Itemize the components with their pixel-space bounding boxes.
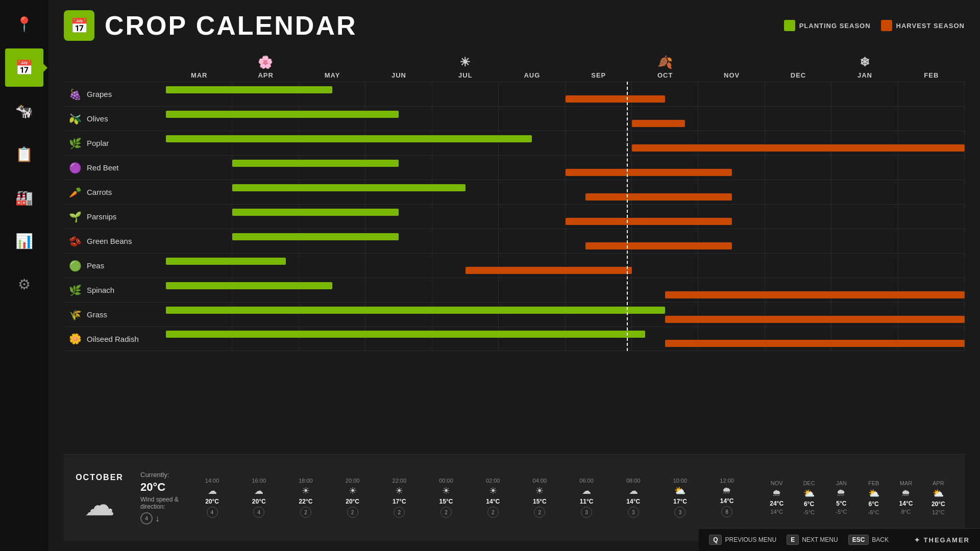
next-key: E xyxy=(787,535,799,545)
hourly-time: 04:00 xyxy=(533,478,547,484)
month-label-jul: JUL xyxy=(458,71,473,79)
planting-color-box xyxy=(784,20,795,31)
month-grid-line xyxy=(831,229,898,253)
hourly-times-row: 14:00☁20°C416:00☁20°C418:00☀22°C220:00☀2… xyxy=(189,478,750,518)
sidebar-item-calendar[interactable]: 📅 xyxy=(5,48,43,87)
crop-name-oilseed-radish: 🌼Oilseed Radish xyxy=(64,333,166,345)
hourly-wind: 8 xyxy=(721,506,732,517)
esc-btn[interactable]: ESC BACK xyxy=(848,535,889,545)
bar-harvest xyxy=(665,340,965,347)
hourly-wind: 4 xyxy=(207,507,218,518)
hourly-wind: 2 xyxy=(440,507,452,518)
forecast-temp-low: -5°C xyxy=(836,509,847,515)
month-grid-line xyxy=(432,278,499,302)
month-grid-line xyxy=(566,180,632,204)
month-grid-line xyxy=(698,254,765,278)
bar-harvest xyxy=(585,242,732,249)
month-col-aug: AUG xyxy=(499,71,565,82)
forecast-month: MAR xyxy=(900,480,912,486)
hourly-col: 12:00🌧14°C8 xyxy=(703,478,750,518)
month-label-dec: DEC xyxy=(791,71,806,79)
month-grid-line xyxy=(898,229,965,253)
crop-label-oilseed-radish: Oilseed Radish xyxy=(87,335,139,343)
month-grid-line xyxy=(831,82,898,106)
page-title: CROP CALENDAR xyxy=(105,10,357,41)
month-grid-line xyxy=(765,303,831,327)
forecast-col: FEB⛅6°C-6°C xyxy=(857,480,890,515)
crop-icon-parsnips: 🌱 xyxy=(69,211,82,223)
legend-harvest-label: HARVEST SEASON xyxy=(896,22,965,30)
prev-label: PREVIOUS MENU xyxy=(725,536,776,543)
hourly-wind: 2 xyxy=(394,507,405,518)
sidebar-item-production[interactable]: 🏭 xyxy=(5,179,43,217)
month-grid-line xyxy=(831,180,898,204)
hourly-time: 16:00 xyxy=(252,478,266,484)
hourly-time: 22:00 xyxy=(393,478,407,484)
table-row: 🥕Carrots xyxy=(64,180,965,204)
forecast-icon: ⛅ xyxy=(803,488,815,499)
next-menu-btn[interactable]: E NEXT MENU xyxy=(787,535,838,545)
hourly-wind: 3 xyxy=(674,507,685,518)
crop-icon-peas: 🟢 xyxy=(69,260,82,272)
hourly-temp: 14°C xyxy=(626,498,640,505)
month-grid-line xyxy=(566,156,632,180)
hourly-col: 18:00☀22°C2 xyxy=(282,478,329,518)
hourly-temp: 14°C xyxy=(720,497,734,505)
hourly-weather-icon: ☀ xyxy=(535,485,544,496)
hourly-wind: 3 xyxy=(628,507,639,518)
sidebar-item-settings[interactable]: ⚙ xyxy=(5,265,43,304)
bar-planting xyxy=(232,233,399,240)
hourly-temp: 20°C xyxy=(252,498,266,505)
legend-harvest: HARVEST SEASON xyxy=(881,20,965,31)
sidebar-item-statistics[interactable]: 📊 xyxy=(5,222,43,260)
month-grid-line xyxy=(166,229,232,253)
month-label-aug: AUG xyxy=(524,71,540,79)
hourly-weather: 14:00☁20°C416:00☁20°C418:00☀22°C220:00☀2… xyxy=(189,478,750,518)
crop-icon-red-beet: 🟣 xyxy=(69,162,82,174)
month-grid-line xyxy=(632,131,698,155)
month-grid-line xyxy=(432,254,499,278)
month-grid-line xyxy=(698,278,765,302)
bar-planting xyxy=(166,258,286,265)
month-grid-line xyxy=(499,156,565,180)
month-grid-line xyxy=(499,254,565,278)
forecast-temp-low: 12°C xyxy=(932,509,945,515)
month-grid-line xyxy=(632,82,698,106)
crop-icon-olives: 🫒 xyxy=(69,113,82,125)
month-grid-line xyxy=(432,205,499,229)
forecast-month: JAN xyxy=(836,480,847,486)
month-grid-line xyxy=(632,156,698,180)
hourly-temp: 15°C xyxy=(439,498,453,505)
month-grid-line xyxy=(698,107,765,131)
table-row: 🟣Red Beet xyxy=(64,155,965,180)
table-row: 🌼Oilseed Radish xyxy=(64,327,965,351)
crop-label-green-beans: Green Beans xyxy=(87,237,132,245)
month-col-sep: SEP xyxy=(566,71,632,82)
sidebar-item-map[interactable]: 📍 xyxy=(5,5,43,43)
month-grid-line xyxy=(831,107,898,131)
month-label-jan: JAN xyxy=(857,71,872,79)
bottom-nav: Q PREVIOUS MENU E NEXT MENU ESC BACK ✦ T… xyxy=(699,528,980,551)
bar-planting xyxy=(166,111,399,118)
sidebar-item-animals[interactable]: 🐄 xyxy=(5,92,43,130)
crop-name-green-beans: 🫘Green Beans xyxy=(64,235,166,247)
hourly-col: 00:00☀15°C2 xyxy=(423,478,470,518)
month-grid-line xyxy=(499,82,565,106)
crop-icon-carrots: 🥕 xyxy=(69,186,82,198)
month-grid-line xyxy=(566,278,632,302)
main-content: 📅 CROP CALENDAR PLANTING SEASON HARVEST … xyxy=(48,0,980,551)
season-icon-1: 🌸 xyxy=(232,55,299,69)
prev-menu-btn[interactable]: Q PREVIOUS MENU xyxy=(709,535,776,545)
crop-bars-peas xyxy=(166,254,965,278)
month-grid-line xyxy=(698,82,765,106)
currently-label: Currently: xyxy=(140,471,179,479)
bar-harvest xyxy=(566,169,732,176)
crop-bars-red-beet xyxy=(166,156,965,180)
month-label-mar: MAR xyxy=(191,71,208,79)
month-grid-line xyxy=(432,107,499,131)
month-grid-line xyxy=(632,229,698,253)
sidebar-item-tasks[interactable]: 📋 xyxy=(5,135,43,173)
month-label-feb: FEB xyxy=(924,71,939,79)
hourly-time: 18:00 xyxy=(299,478,313,484)
month-col-dec: DEC xyxy=(765,71,831,82)
